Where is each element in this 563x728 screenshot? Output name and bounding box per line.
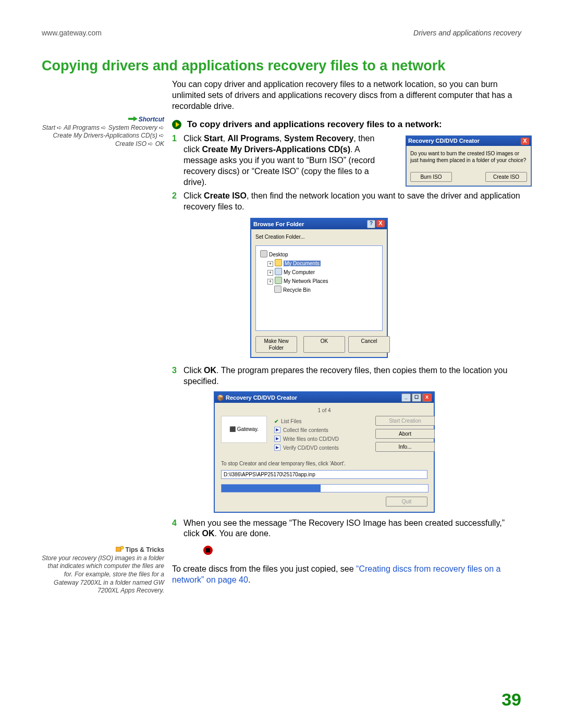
start-creation-button: Start Creation — [375, 416, 435, 426]
page-title: Copying drivers and applications recover… — [42, 58, 521, 74]
dialog3-titlebar: 📦 Recovery CD/DVD Creator _ ☐ X — [215, 392, 434, 403]
page-header: www.gateway.com Drivers and applications… — [42, 29, 521, 37]
folder-icon — [275, 259, 282, 266]
abort-button[interactable]: Abort — [375, 429, 435, 439]
quit-button: Quit — [386, 497, 427, 507]
svg-rect-0 — [116, 547, 121, 551]
header-url: www.gateway.com — [42, 29, 102, 37]
desktop-icon — [260, 250, 267, 257]
info-button[interactable]: Info... — [375, 442, 435, 452]
dialog-recovery-creator: 📦 Recovery CD/DVD Creator _ ☐ X 1 of 4 ⬛… — [214, 391, 435, 513]
step-1: 1 Click Start, All Programs, System Reco… — [172, 133, 521, 188]
close-icon[interactable]: X — [422, 393, 432, 402]
check-icon: ✔ — [274, 418, 278, 425]
cancel-button[interactable]: Cancel — [348, 336, 390, 353]
network-icon — [275, 277, 282, 284]
creator-note: To stop Creator and clear temporary file… — [221, 460, 427, 467]
dialog-browse-for-folder: Browse For Folder ? X Set Creation Folde… — [250, 218, 388, 358]
header-section: Drivers and applications recovery — [413, 29, 521, 37]
expand-icon[interactable]: + — [267, 261, 273, 267]
page-number: 39 — [501, 689, 521, 710]
arrow-icon: ▶ — [274, 436, 280, 442]
arrow-icon: ▶ — [274, 427, 280, 433]
folder-tree[interactable]: Desktop +My Documents +My Computer +My N… — [255, 245, 383, 331]
expand-icon[interactable]: + — [267, 270, 273, 276]
gateway-logo: ⬛ Gateway. — [221, 416, 267, 443]
close-icon[interactable]: X — [376, 220, 385, 227]
path-field[interactable]: D:\I386\APPS\APP25170\25170app.inp — [221, 470, 427, 479]
shortcut-arrow-icon — [128, 116, 138, 122]
stop-icon — [203, 546, 213, 555]
step-4: 4 When you see the message “The Recovery… — [172, 518, 521, 540]
arrow-icon: ▶ — [274, 445, 280, 451]
step-2: 2 Click Create ISO, then find the networ… — [172, 191, 521, 213]
dialog2-subtitle: Set Creation Folder... — [255, 233, 383, 240]
recycle-bin-icon — [274, 286, 282, 293]
lightbulb-icon — [116, 546, 124, 553]
closing-text: To create discs from the files you just … — [172, 564, 521, 586]
shortcut-label: Shortcut — [139, 116, 164, 123]
close-icon[interactable]: X — [521, 138, 529, 145]
svg-point-1 — [120, 546, 124, 549]
creator-steps: ✔List Files ▶Collect file contents ▶Writ… — [274, 416, 369, 453]
progress-bar — [221, 484, 429, 492]
progress-count: 1 of 4 — [221, 407, 427, 414]
help-icon[interactable]: ? — [367, 220, 375, 228]
intro-text: You can copy driver and application reco… — [172, 79, 521, 112]
make-new-folder-button[interactable]: Make New Folder — [255, 336, 297, 353]
tips-text: Store your recovery (ISO) images in a fo… — [42, 554, 164, 595]
shortcut-path: Start ➪ All Programs ➪ System Recovery ➪… — [42, 124, 164, 149]
maximize-icon[interactable]: ☐ — [412, 393, 421, 402]
play-icon — [172, 120, 181, 129]
tips-label: Tips & Tricks — [126, 546, 164, 553]
dialog2-titlebar: Browse For Folder ? X — [251, 219, 387, 229]
ok-button[interactable]: OK — [303, 336, 345, 353]
procedure-heading: To copy drivers and applications recover… — [172, 119, 521, 130]
expand-icon[interactable]: + — [267, 279, 273, 285]
step-3: 3 Click OK. The program prepares the rec… — [172, 365, 521, 387]
minimize-icon[interactable]: _ — [401, 393, 411, 402]
computer-icon — [275, 268, 282, 275]
